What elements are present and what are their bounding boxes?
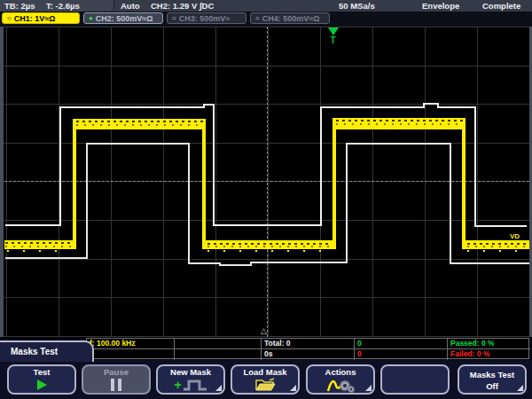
test-button[interactable]: Test — [7, 364, 76, 395]
submenu-corner-icon — [365, 385, 372, 391]
frequency-readout: f: 100.00 kHz — [87, 339, 175, 349]
pause-icon — [111, 379, 121, 391]
actions-button[interactable]: Actions — [306, 364, 375, 395]
passed-percent: Passed: 0 % — [448, 339, 530, 349]
total-count: Total: 0 — [262, 339, 355, 349]
channel-tab-ch4[interactable]: = CH4: 500mV≈Ω — [250, 12, 330, 24]
channel-tab-ch1[interactable]: ○ CH1: 1V≈Ω — [2, 12, 80, 24]
softkey-menu-bar: Test Pause New Mask + Load Mask — [0, 360, 532, 399]
channel-tab-ch2[interactable]: ● CH2: 500mV≈Ω — [83, 12, 163, 24]
right-edge-marker: VD — [510, 232, 520, 240]
pause-button[interactable]: Pause — [82, 364, 151, 395]
ch1-state-icon: ○ — [7, 12, 12, 24]
ch3-state-icon: = — [172, 12, 176, 24]
play-icon — [37, 379, 47, 390]
failed-percent: Failed: 0 % — [448, 349, 530, 360]
acquisition-status: Complete — [482, 0, 520, 12]
trigger-letter: T — [327, 35, 339, 45]
time-reference-marker: △ — [261, 326, 267, 335]
ch3-label: CH3: 500mV≈ — [179, 14, 230, 23]
submenu-corner-icon — [517, 385, 523, 391]
actions-gear-icon — [325, 378, 356, 393]
new-mask-button[interactable]: New Mask + — [156, 364, 225, 395]
oscilloscope-screen: TB: 2µs T: -2.6µs Auto CH2: 1.29 V ∫DC 5… — [0, 0, 532, 399]
load-mask-button[interactable]: Load Mask — [231, 364, 300, 395]
masks-test-off-button[interactable]: Masks Test Off — [458, 364, 527, 395]
empty-softkey-button[interactable] — [380, 364, 450, 395]
waveform-display: T VD △ — [0, 27, 532, 337]
open-folder-icon — [254, 378, 276, 392]
ch4-label: CH4: 500mV≈Ω — [262, 14, 320, 23]
trigger-arrow-icon — [328, 27, 339, 35]
submenu-corner-icon — [290, 385, 296, 391]
timebase-value: TB: 2µs — [4, 0, 35, 12]
empty-cell — [175, 349, 262, 360]
elapsed-time: 0s — [262, 349, 355, 360]
sample-rate: 50 MSa/s — [339, 0, 375, 12]
screen-bezel-left — [0, 27, 4, 337]
pass-count: 0 — [355, 339, 448, 349]
empty-cell — [175, 339, 262, 349]
submenu-corner-icon — [215, 385, 222, 391]
channel-tab-ch3[interactable]: = CH3: 500mV≈ — [167, 12, 246, 24]
trigger-time-value: T: -2.6µs — [46, 0, 80, 12]
ch2-state-icon: ● — [89, 12, 93, 24]
ch4-state-icon: = — [255, 12, 260, 24]
trace-envelope-noise-b — [5, 124, 528, 246]
trigger-mode: Auto — [121, 0, 140, 12]
top-status-bar: TB: 2µs T: -2.6µs Auto CH2: 1.29 V ∫DC 5… — [0, 0, 532, 12]
acquisition-mode: Envelope — [422, 0, 459, 12]
pulse-mask-icon — [183, 379, 207, 392]
channel-tab-bar: ○ CH1: 1V≈Ω ● CH2: 500mV≈Ω = CH3: 500mV≈… — [0, 12, 532, 27]
trigger-position-marker[interactable]: T — [327, 27, 339, 45]
ch2-label: CH2: 500mV≈Ω — [96, 14, 153, 23]
trigger-source: CH2: 1.29 V ∫DC — [151, 0, 214, 12]
mask-test-statistics: f: 100.00 kHz Total: 0 0 Passed: 0 % 0s … — [86, 338, 529, 359]
plus-icon: + — [174, 379, 181, 391]
ch1-label: CH1: 1V≈Ω — [14, 14, 56, 23]
masks-test-menu-tab[interactable]: Masks Test — [0, 340, 94, 362]
fail-count: 0 — [355, 349, 448, 360]
waveform-svg — [0, 27, 532, 337]
empty-cell — [87, 349, 175, 360]
